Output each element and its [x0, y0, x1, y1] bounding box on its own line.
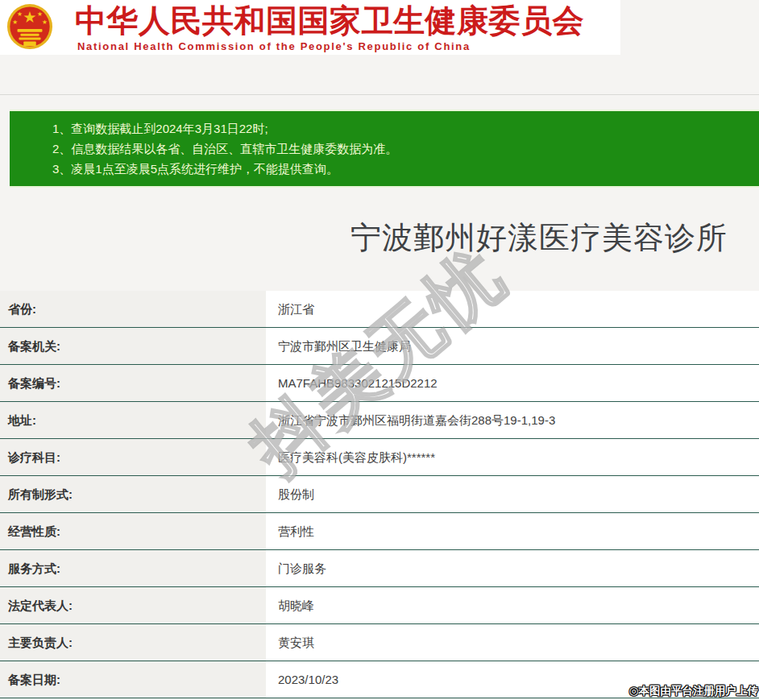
row-label: 省份:: [0, 291, 266, 327]
row-label: 备案日期:: [0, 661, 266, 698]
table-row-legal-representative: 法定代表人: 胡晓峰: [0, 587, 759, 624]
site-title-english: National Health Commission of the People…: [77, 40, 609, 52]
table-row-treatment-subjects: 诊疗科目: 医疗美容科(美容皮肤科)******: [0, 439, 759, 476]
svg-text:★: ★: [23, 9, 36, 26]
row-label: 诊疗科目:: [0, 439, 266, 475]
row-label: 法定代表人:: [0, 587, 266, 623]
row-value: 宁波市鄞州区卫生健康局: [266, 328, 759, 364]
notice-line-2: 2、信息数据结果以各省、自治区、直辖市卫生健康委数据为准。: [10, 139, 759, 159]
row-value: 股份制: [266, 476, 759, 512]
table-row-filing-number: 备案编号: MA7FAHB9833021215D2212: [0, 365, 759, 402]
row-value: 门诊服务: [266, 550, 759, 586]
row-value: 黄安琪: [266, 624, 759, 661]
record-details-table: 省份: 浙江省 备案机关: 宁波市鄞州区卫生健康局 备案编号: MA7FAHB9…: [0, 291, 759, 698]
row-value: 营利性: [266, 513, 759, 549]
svg-text:★: ★: [42, 19, 48, 26]
table-row-address: 地址: 浙江省宁波市鄞州区福明街道嘉会街288号19-1,19-3: [0, 402, 759, 439]
table-row-ownership-form: 所有制形式: 股份制: [0, 476, 759, 513]
row-value: MA7FAHB9833021215D2212: [266, 365, 759, 401]
row-label: 主要负责人:: [0, 624, 266, 661]
table-row-main-person-in-charge: 主要负责人: 黄安琪: [0, 624, 759, 661]
svg-text:★: ★: [17, 10, 23, 18]
header-divider-line: [0, 94, 759, 95]
row-label: 所有制形式:: [0, 476, 266, 512]
site-header: ★ ★ ★ ★ ★ 中华人民共和国国家卫生健康委员会 National Heal…: [0, 0, 620, 55]
row-value: 浙江省宁波市鄞州区福明街道嘉会街288号19-1,19-3: [266, 402, 759, 438]
notice-box: 1、查询数据截止到2024年3月31日22时; 2、信息数据结果以各省、自治区、…: [10, 110, 759, 188]
table-row-province: 省份: 浙江省: [0, 291, 759, 328]
row-value: 胡晓峰: [266, 587, 759, 623]
notice-line-1: 1、查询数据截止到2024年3月31日22时;: [10, 111, 759, 139]
row-label: 备案机关:: [0, 328, 266, 364]
row-value: 医疗美容科(美容皮肤科)******: [266, 439, 759, 475]
row-value: 浙江省: [266, 291, 759, 327]
notice-line-3: 3、凌晨1点至凌晨5点系统进行维护，不能提供查询。: [10, 159, 759, 179]
national-emblem-icon: ★ ★ ★ ★ ★: [6, 2, 53, 52]
row-label: 备案编号:: [0, 365, 266, 401]
svg-text:★: ★: [37, 10, 43, 18]
table-row-business-nature: 经营性质: 营利性: [0, 513, 759, 550]
table-row-filing-authority: 备案机关: 宁波市鄞州区卫生健康局: [0, 328, 759, 365]
site-title-chinese: 中华人民共和国国家卫生健康委员会: [75, 2, 607, 40]
row-label: 地址:: [0, 402, 266, 438]
institution-name-title: 宁波鄞州好漾医疗美容诊所: [319, 217, 759, 259]
footer-upload-stamp: ◎本图由平台注册用户上传: [629, 684, 758, 698]
table-row-service-mode: 服务方式: 门诊服务: [0, 550, 759, 587]
row-label: 经营性质:: [0, 513, 266, 549]
row-label: 服务方式:: [0, 550, 266, 586]
svg-text:★: ★: [12, 19, 18, 26]
